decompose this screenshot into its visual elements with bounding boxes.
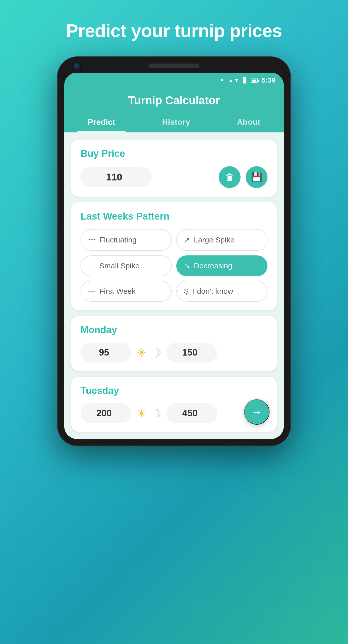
pattern-small-spike[interactable]: → Small Spike [81, 255, 172, 276]
save-button[interactable]: 💾 [246, 166, 267, 188]
small-spike-label: Small Spike [99, 262, 139, 270]
monday-title: Monday [81, 325, 267, 335]
tuesday-pm-input[interactable] [166, 403, 217, 423]
wifi-icon: ▲▼ [228, 77, 239, 84]
fluctuating-icon: 〜 [88, 235, 95, 245]
small-spike-icon: → [88, 262, 95, 270]
pattern-decreasing[interactable]: ↘ Decreasing [176, 255, 267, 276]
fluctuating-label: Fluctuating [99, 236, 137, 244]
save-icon: 💾 [251, 172, 262, 182]
decreasing-label: Decreasing [194, 262, 232, 270]
sun-icon: ☀ [136, 346, 146, 359]
pattern-fluctuating[interactable]: 〜 Fluctuating [81, 229, 172, 251]
buy-price-input[interactable] [81, 167, 152, 187]
tuesday-card: Tuesday ☀ ☽ → [71, 377, 277, 432]
monday-pm-input[interactable] [166, 343, 217, 362]
dont-know-label: I don't know [193, 287, 233, 296]
buy-price-title: Buy Price [81, 148, 267, 159]
large-spike-icon: ↗ [184, 236, 190, 244]
first-week-icon: — [88, 287, 95, 295]
app-header: Turnip Calculator Predict History About [64, 88, 284, 132]
monday-card: Monday ☀ ☽ [71, 316, 277, 371]
pattern-large-spike[interactable]: ↗ Large Spike [176, 229, 267, 251]
pattern-dont-know[interactable]: Ș I don't know [176, 281, 267, 302]
tab-history[interactable]: History [152, 113, 200, 132]
decreasing-icon: ↘ [184, 262, 190, 270]
tuesday-am-input[interactable] [81, 403, 131, 423]
phone-camera [72, 61, 81, 70]
dont-know-icon: Ș [184, 287, 189, 295]
pattern-first-week[interactable]: — First Week [81, 281, 172, 302]
monday-am-input[interactable] [81, 343, 131, 362]
status-bar: ✦ ▲▼ ▊ 5:39 [64, 73, 284, 88]
last-weeks-pattern-card: Last Weeks Pattern 〜 Fluctuating ↗ Large… [71, 202, 277, 310]
buy-price-card: Buy Price 🗑 💾 [71, 140, 277, 197]
content-area: Buy Price 🗑 💾 Last Weeks Pattern [64, 132, 284, 439]
first-week-label: First Week [99, 287, 136, 296]
phone-screen: ✦ ▲▼ ▊ 5:39 Turnip Calculator Predict Hi… [64, 73, 284, 439]
fab-button[interactable]: → [244, 399, 270, 425]
status-time: 5:39 [261, 76, 276, 84]
bluetooth-icon: ✦ [219, 77, 225, 84]
tab-bar: Predict History About [64, 113, 284, 132]
signal-icon: ▊ [243, 77, 247, 84]
app-title: Turnip Calculator [64, 94, 284, 107]
arrow-right-icon: → [251, 406, 262, 418]
tuesday-title: Tuesday [81, 385, 267, 396]
large-spike-label: Large Spike [194, 236, 234, 244]
moon-icon: ☽ [151, 346, 161, 359]
pattern-grid: 〜 Fluctuating ↗ Large Spike → Small Spik… [81, 229, 267, 302]
moon-icon-tue: ☽ [151, 407, 161, 420]
phone-frame: ✦ ▲▼ ▊ 5:39 Turnip Calculator Predict Hi… [57, 56, 291, 446]
sun-icon-tue: ☀ [136, 407, 146, 420]
delete-button[interactable]: 🗑 [219, 166, 241, 188]
hero-title: Predict your turnip prices [66, 20, 282, 41]
tab-about[interactable]: About [227, 113, 270, 132]
monday-row: ☀ ☽ [81, 343, 267, 362]
tuesday-row: ☀ ☽ [81, 403, 267, 423]
pattern-title: Last Weeks Pattern [81, 211, 267, 222]
phone-top-bar [64, 64, 284, 68]
battery-icon [251, 78, 258, 83]
tab-predict[interactable]: Predict [77, 113, 125, 132]
phone-speaker [149, 64, 199, 68]
trash-icon: 🗑 [225, 172, 234, 182]
